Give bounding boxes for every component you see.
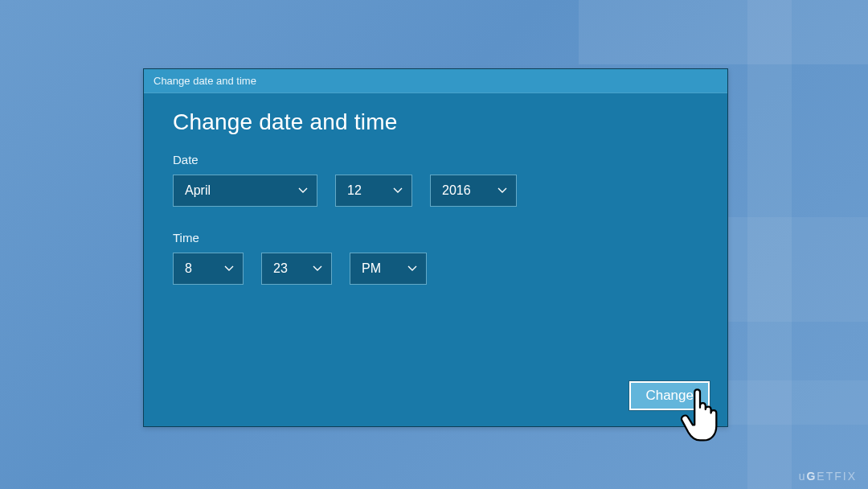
page-heading: Change date and time	[173, 109, 698, 135]
minute-value: 23	[273, 261, 288, 276]
date-group-label: Date	[173, 153, 698, 166]
time-row: 8 23 PM	[173, 253, 698, 285]
chevron-down-icon	[297, 185, 309, 196]
dialog-content: Change date and time Date April 12 2016	[144, 93, 727, 426]
dialog-footer: Change	[629, 381, 710, 410]
year-value: 2016	[442, 183, 471, 198]
chevron-down-icon	[407, 263, 418, 274]
chevron-down-icon	[392, 185, 403, 196]
change-button[interactable]: Change	[629, 381, 710, 410]
ampm-select[interactable]: PM	[350, 253, 427, 285]
hour-select[interactable]: 8	[173, 253, 244, 285]
chevron-down-icon	[223, 263, 235, 274]
month-value: April	[185, 183, 211, 198]
hour-value: 8	[185, 261, 192, 276]
date-row: April 12 2016	[173, 175, 698, 207]
ampm-value: PM	[362, 261, 381, 276]
minute-select[interactable]: 23	[261, 253, 332, 285]
day-value: 12	[347, 183, 362, 198]
dialog-titlebar: Change date and time	[144, 69, 727, 93]
year-select[interactable]: 2016	[430, 175, 517, 207]
time-group-label: Time	[173, 231, 698, 244]
bg-decoration	[579, 0, 868, 64]
month-select[interactable]: April	[173, 175, 317, 207]
titlebar-text: Change date and time	[154, 75, 256, 87]
bg-decoration	[707, 217, 868, 322]
watermark-text: uGETFIX	[799, 470, 857, 483]
day-select[interactable]: 12	[335, 175, 412, 207]
chevron-down-icon	[497, 185, 508, 196]
change-date-time-dialog: Change date and time Change date and tim…	[143, 68, 728, 427]
chevron-down-icon	[312, 263, 323, 274]
